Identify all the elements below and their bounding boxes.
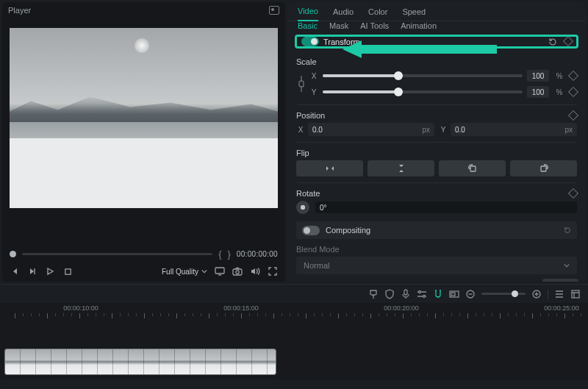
scale-x-keyframe[interactable] xyxy=(568,71,578,81)
shield-icon[interactable] xyxy=(384,289,395,299)
subtab-mask[interactable]: Mask xyxy=(329,21,348,30)
scale-y-keyframe[interactable] xyxy=(568,87,578,97)
svg-rect-5 xyxy=(470,166,476,171)
flip-horizontal-button[interactable] xyxy=(296,160,363,176)
next-frame-button[interactable] xyxy=(27,266,37,276)
transform-section-header[interactable]: Transform xyxy=(295,35,578,49)
position-label: Position xyxy=(296,111,325,120)
flip-label: Flip xyxy=(296,149,309,157)
compositing-section-header[interactable]: Compositing xyxy=(296,221,577,239)
tab-video[interactable]: Video xyxy=(298,2,318,21)
svg-rect-1 xyxy=(215,268,224,274)
blend-mode-label: Blend Mode xyxy=(296,245,577,254)
rotate-keyframe[interactable] xyxy=(568,188,578,199)
video-clip[interactable] xyxy=(4,349,276,375)
position-keyframe[interactable] xyxy=(568,110,578,121)
rotate-value[interactable]: 0° xyxy=(315,201,577,213)
aspect-icon[interactable] xyxy=(449,289,459,299)
reset-transform-icon[interactable] xyxy=(548,38,557,46)
svg-point-10 xyxy=(423,295,426,297)
adjust-icon[interactable] xyxy=(417,289,427,299)
zoom-in-button[interactable] xyxy=(531,289,542,299)
zoom-out-button[interactable] xyxy=(465,289,476,299)
display-settings-icon[interactable] xyxy=(215,266,225,276)
rotate-label: Rotate xyxy=(296,189,320,198)
scale-x-label: X xyxy=(309,72,318,80)
list-icon[interactable] xyxy=(554,289,564,299)
scrub-track[interactable] xyxy=(22,253,212,255)
rotate-ccw-button[interactable] xyxy=(439,160,506,176)
scale-label: Scale xyxy=(296,57,317,66)
link-scale-icon[interactable] xyxy=(297,73,306,95)
playhead-dot[interactable] xyxy=(10,251,16,257)
position-x-field[interactable]: 0.0px xyxy=(308,123,434,136)
position-y-field[interactable]: 0.0px xyxy=(451,123,577,136)
scale-y-slider[interactable] xyxy=(323,90,523,93)
snapshot-icon[interactable] xyxy=(269,6,279,15)
camera-icon[interactable] xyxy=(232,266,243,276)
subtab-animation[interactable]: Animation xyxy=(401,21,437,30)
player-title: Player xyxy=(8,6,31,15)
snap-icon[interactable] xyxy=(433,289,443,299)
player-viewport[interactable] xyxy=(7,18,281,217)
zoom-slider[interactable] xyxy=(481,293,526,295)
transform-toggle[interactable] xyxy=(301,37,319,46)
reset-button[interactable]: Reset xyxy=(542,279,578,282)
svg-rect-12 xyxy=(451,293,455,296)
mark-out-icon[interactable]: } xyxy=(228,249,231,260)
rotate-dial[interactable] xyxy=(296,201,309,214)
transform-label: Transform xyxy=(323,38,548,46)
reset-compositing-icon[interactable] xyxy=(564,226,571,234)
scale-y-value[interactable]: 100 xyxy=(527,86,549,98)
scale-x-slider[interactable] xyxy=(323,74,523,77)
mark-in-icon[interactable]: { xyxy=(218,249,221,260)
volume-icon[interactable] xyxy=(250,266,260,276)
expand-icon[interactable] xyxy=(268,266,278,276)
scale-x-value[interactable]: 100 xyxy=(527,70,549,82)
marker-icon[interactable] xyxy=(368,289,379,299)
timeline-tracks[interactable] xyxy=(0,321,588,379)
player-panel: Player { } 00:00:00:00 xyxy=(2,2,285,282)
subtab-aitools[interactable]: AI Tools xyxy=(360,21,389,30)
stop-button[interactable] xyxy=(62,266,73,276)
scale-y-label: Y xyxy=(309,88,318,96)
playback-quality-dropdown[interactable]: Full Quality xyxy=(162,268,207,276)
mic-icon[interactable] xyxy=(401,289,411,299)
subtab-basic[interactable]: Basic xyxy=(298,21,318,30)
tab-color[interactable]: Color xyxy=(368,3,387,21)
preview-frame xyxy=(10,28,278,208)
prev-frame-button[interactable] xyxy=(10,266,20,276)
timeline-toolbar xyxy=(0,284,588,303)
svg-rect-8 xyxy=(404,290,407,295)
play-button[interactable] xyxy=(45,266,55,276)
tab-speed[interactable]: Speed xyxy=(402,3,426,21)
svg-rect-6 xyxy=(541,166,546,171)
svg-rect-4 xyxy=(299,81,304,87)
svg-point-3 xyxy=(236,271,239,274)
svg-rect-15 xyxy=(572,290,579,298)
flip-vertical-button[interactable] xyxy=(368,160,434,176)
compositing-label: Compositing xyxy=(326,226,370,235)
inspector-panel: Video Audio Color Speed Basic Mask AI To… xyxy=(287,2,586,282)
fit-icon[interactable] xyxy=(570,289,581,299)
inspector-subtabs: Basic Mask AI Tools Animation xyxy=(287,21,586,30)
timeline-ruler[interactable]: 00:00:10:00 00:00:15:00 00:00:20:00 00:0… xyxy=(0,303,588,321)
svg-point-9 xyxy=(419,290,421,293)
rotate-cw-button[interactable] xyxy=(510,160,577,176)
blend-mode-dropdown[interactable]: Normal xyxy=(296,257,577,274)
tab-audio[interactable]: Audio xyxy=(333,3,354,21)
inspector-tabs: Video Audio Color Speed xyxy=(287,2,586,21)
player-timecode: 00:00:00:00 xyxy=(237,250,278,258)
transform-keyframe-icon[interactable] xyxy=(563,35,573,46)
compositing-toggle[interactable] xyxy=(302,226,320,235)
svg-rect-0 xyxy=(65,268,70,274)
